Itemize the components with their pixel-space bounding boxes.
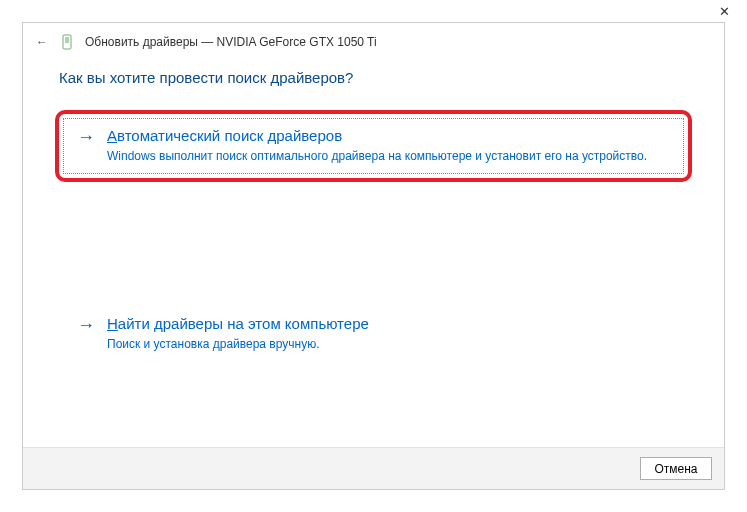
dialog-inner: ← Обновить драйверы — NVIDIA GeForce GTX… <box>22 22 725 490</box>
arrow-right-icon: → <box>77 127 95 147</box>
dialog-header: ← Обновить драйверы — NVIDIA GeForce GTX… <box>23 23 724 61</box>
dialog-content: Как вы хотите провести поиск драйверов? … <box>23 61 724 447</box>
option-body: Найти драйверы на этом компьютере Поиск … <box>107 314 670 352</box>
back-button[interactable]: ← <box>33 33 51 51</box>
option-body: Автоматический поиск драйверов Windows в… <box>107 126 670 164</box>
option-title-rest: айти драйверы на этом компьютере <box>118 315 369 332</box>
option-title: Найти драйверы на этом компьютере <box>107 314 670 334</box>
close-button[interactable]: ✕ <box>701 0 747 22</box>
back-arrow-icon: ← <box>36 35 48 49</box>
question-heading: Как вы хотите провести поиск драйверов? <box>59 69 688 86</box>
dialog-title: Обновить драйверы — NVIDIA GeForce GTX 1… <box>85 35 377 49</box>
option-title-accesskey: А <box>107 127 117 144</box>
cancel-button[interactable]: Отмена <box>640 457 712 480</box>
option-description: Windows выполнит поиск оптимального драй… <box>107 148 670 164</box>
arrow-right-icon: → <box>77 315 95 335</box>
option-title-rest: втоматический поиск драйверов <box>117 127 342 144</box>
titlebar: ✕ <box>0 0 747 22</box>
option-title-accesskey: Н <box>107 315 118 332</box>
close-icon: ✕ <box>719 4 730 19</box>
option-description: Поиск и установка драйвера вручную. <box>107 336 670 352</box>
dialog-window: ✕ ← Обновить драйверы — NVIDIA GeForce G… <box>0 0 747 512</box>
dialog-footer: Отмена <box>23 447 724 489</box>
option-auto-search[interactable]: → Автоматический поиск драйверов Windows… <box>55 110 692 182</box>
option-title: Автоматический поиск драйверов <box>107 126 670 146</box>
option-browse-computer[interactable]: → Найти драйверы на этом компьютере Поис… <box>59 302 688 366</box>
device-icon <box>61 34 75 50</box>
svg-rect-1 <box>65 37 69 43</box>
